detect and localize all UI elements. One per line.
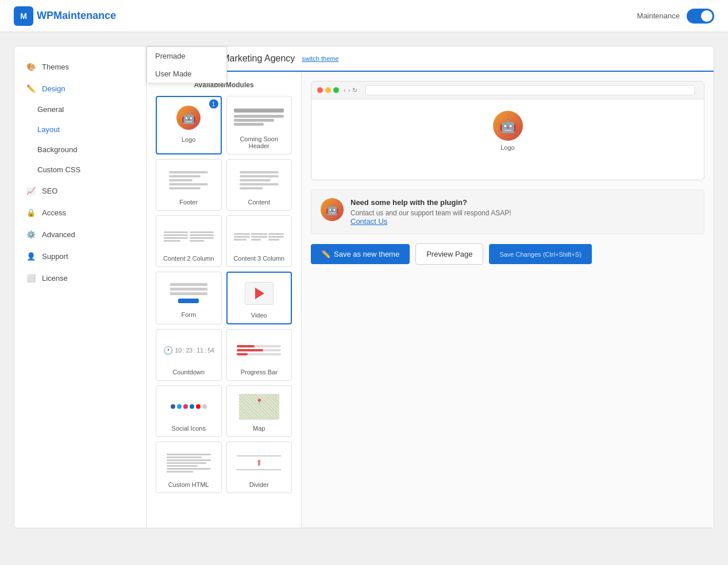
browser-dots [317, 87, 339, 93]
module-card-footer[interactable]: Footer [156, 159, 222, 211]
premade-tab[interactable]: Premade [147, 47, 226, 65]
navbar-logo: M WPMaintenance [14, 6, 116, 26]
browser-content: 🤖 Logo [311, 99, 704, 180]
module-card-progress-bar[interactable]: Progress Bar [226, 329, 292, 381]
module-label-content: Content [232, 199, 287, 206]
module-card-form[interactable]: Form [156, 272, 222, 324]
module-label-divider: Divider [232, 481, 287, 488]
content-area: g theme Digital Marketing Agency switch … [147, 47, 714, 528]
sidebar-label-layout: Layout [37, 125, 60, 134]
modules-grid: 1 🤖 Logo [156, 96, 292, 493]
module-preview-map: 📍 [232, 392, 287, 421]
switch-theme-link[interactable]: switch theme [302, 55, 338, 62]
user-made-tab[interactable]: User Made [147, 65, 226, 83]
module-card-video[interactable]: Video [226, 272, 292, 324]
sidebar-item-support[interactable]: 👤 Support [14, 245, 146, 267]
module-preview-form [161, 278, 217, 308]
browser-url-bar [365, 85, 695, 95]
sidebar-item-general[interactable]: General [14, 99, 146, 119]
design-icon: ✏️ [26, 83, 36, 94]
help-contact-link[interactable]: Contact Us [350, 217, 387, 226]
module-preview-content [232, 165, 287, 195]
sidebar-item-layout[interactable]: Layout [14, 119, 146, 140]
content-lines [240, 171, 279, 189]
divider-arrow-icon: ⬆ [256, 459, 263, 467]
module-preview-content2 [161, 222, 217, 251]
sidebar-item-access[interactable]: 🔒 Access [14, 202, 146, 223]
help-text-contact: Contact us and our support team will res… [350, 209, 511, 217]
module-card-logo[interactable]: 1 🤖 Logo [156, 96, 222, 154]
module-card-divider[interactable]: ⬆ Divider [226, 442, 292, 493]
module-preview-social [161, 392, 217, 421]
sidebar-item-themes[interactable]: 🎨 Themes [14, 56, 146, 78]
module-preview-progress [232, 335, 287, 365]
module-card-content2[interactable]: Content 2 Column [156, 215, 222, 267]
module-preview-content3 [232, 222, 287, 251]
save-changes-label: Save Changes [499, 251, 541, 258]
dot-green [333, 87, 339, 93]
youtube-dot [196, 404, 201, 409]
preview-logo-avatar: 🤖 [493, 111, 523, 141]
maintenance-toggle[interactable] [687, 9, 714, 24]
module-card-social-icons[interactable]: Social Icons [156, 385, 222, 437]
help-avatar: 🤖 [321, 198, 344, 221]
module-label-coming-soon-header: Coming Soon Header [232, 136, 287, 149]
module-preview-divider: ⬆ [232, 448, 287, 478]
sidebar-item-custom-css[interactable]: Custom CSS [14, 160, 146, 180]
sidebar-item-background[interactable]: Background [14, 140, 146, 160]
main-container: 🎨 Themes ✏️ Design General Layout Backgr… [14, 46, 714, 528]
save-changes-button[interactable]: Save Changes (Ctrl+Shift+S) [489, 244, 591, 264]
preview-logo-label: Logo [500, 144, 514, 151]
help-title: Need some help with the plugin? [350, 198, 511, 207]
save-changes-shortcut: (Ctrl+Shift+S) [543, 251, 581, 258]
play-icon [255, 288, 264, 299]
preview-page-button[interactable]: Preview Page [415, 243, 483, 265]
module-label-countdown: Countdown [161, 369, 217, 376]
custom-html-mock [167, 454, 211, 473]
sidebar-item-license[interactable]: ⬜ License [14, 267, 146, 289]
module-card-content[interactable]: Content [226, 159, 292, 211]
sidebar-item-advanced[interactable]: ⚙️ Advanced [14, 223, 146, 245]
module-label-map: Map [232, 425, 287, 432]
divider-mock: ⬆ [237, 455, 281, 470]
module-card-content3[interactable]: Content 3 Column [226, 215, 292, 267]
twitter-dot [177, 404, 182, 409]
module-label-content2: Content 2 Column [161, 255, 217, 262]
browser-controls[interactable]: ‹ › ↻ [344, 87, 357, 94]
logo-initial: M [20, 11, 27, 21]
browser-bar: ‹ › ↻ [311, 82, 704, 99]
sidebar-label-license: License [42, 274, 68, 282]
video-mock [245, 282, 274, 305]
module-label-custom-html: Custom HTML [161, 481, 217, 488]
module-card-coming-soon-header[interactable]: Coming Soon Header [226, 96, 292, 154]
module-preview-custom-html [161, 448, 217, 478]
sidebar-item-design[interactable]: ✏️ Design [14, 78, 146, 99]
logo-box: M [14, 6, 33, 26]
browser-back-icon[interactable]: ‹ [344, 87, 346, 94]
theme-header: g theme Digital Marketing Agency switch … [147, 47, 714, 72]
map-marker-icon: 📍 [256, 398, 263, 405]
module-preview-coming-soon [232, 102, 287, 132]
browser-refresh-icon[interactable]: ↻ [352, 87, 357, 94]
module-card-custom-html[interactable]: Custom HTML [156, 442, 222, 493]
two-column-layout: Available/Modules 1 🤖 Logo [147, 72, 714, 528]
content3-grid [234, 233, 284, 241]
dot-yellow [325, 87, 331, 93]
sidebar-item-seo[interactable]: 📈 SEO [14, 180, 146, 202]
theme-icon: 🎨 [26, 61, 36, 72]
module-card-countdown[interactable]: 🕐 10 : 23 : 11 : 54 Countdown [156, 329, 222, 381]
logo-avatar-icon: 🤖 [176, 106, 201, 130]
sidebar-label-design: Design [42, 84, 65, 93]
module-card-map[interactable]: 📍 Map [226, 385, 292, 437]
support-icon: 👤 [26, 251, 36, 261]
module-preview-video [232, 278, 287, 308]
save-as-new-theme-button[interactable]: ✏️ Save as new theme [311, 244, 410, 264]
theme-dropdown: Premade User Made [147, 47, 227, 83]
browser-mockup: ‹ › ↻ 🤖 Logo [311, 81, 704, 180]
access-icon: 🔒 [26, 207, 36, 218]
theme-header-area: g theme Digital Marketing Agency switch … [147, 47, 714, 72]
help-box: 🤖 Need some help with the plugin? Contac… [311, 189, 704, 234]
progress-mock [237, 345, 281, 355]
action-buttons: ✏️ Save as new theme Preview Page Save C… [311, 243, 704, 265]
browser-forward-icon[interactable]: › [348, 87, 350, 94]
